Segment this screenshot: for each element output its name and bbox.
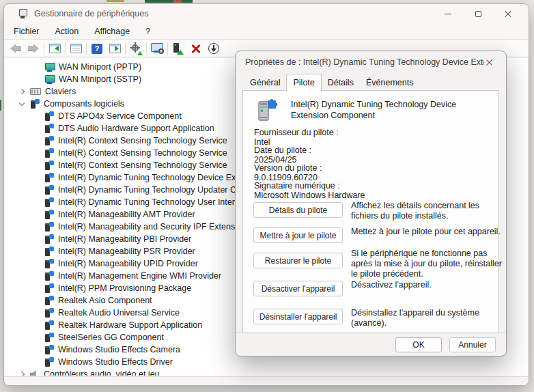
tab-general[interactable]: Général [244, 76, 286, 91]
disable-device-button[interactable] [205, 41, 223, 56]
uninstall-device-description: Désinstallez l'appareil du système (avan… [351, 308, 505, 328]
software-component-icon [44, 247, 54, 256]
keyboard-icon [30, 88, 41, 95]
software-component-icon [44, 173, 54, 182]
minimize-button[interactable] [433, 4, 463, 23]
device-header: Intel(R) Dynamic Tuning Technology Devic… [254, 99, 475, 122]
menu-help[interactable]: ? [139, 25, 157, 38]
tab-strip: Général Pilote Détails Événements [244, 75, 419, 91]
toolbar-separator [65, 42, 66, 55]
software-component-icon [44, 271, 54, 281]
update-driver-button-dialog[interactable]: Mettre à jour le pilote [253, 227, 343, 243]
toolbar-separator [44, 42, 44, 55]
network-adapter-icon [44, 63, 55, 72]
tree-item[interactable]: Windows Studio Effects Driver [5, 356, 528, 368]
speaker-icon [30, 370, 40, 376]
roll-back-driver-description: Si le périphérique ne fonctionne pas apr… [351, 249, 505, 279]
close-button[interactable] [493, 4, 523, 23]
device-icon [254, 99, 279, 122]
toolbar-separator [167, 42, 168, 55]
tab-evenements[interactable]: Événements [360, 76, 419, 91]
software-component-icon [30, 99, 40, 109]
toolbar-separator [125, 42, 126, 55]
software-component-icon [44, 160, 54, 170]
dialog-footer: OK Annuler [236, 332, 506, 356]
device-name: Intel(R) Dynamic Tuning Technology Devic… [291, 99, 475, 122]
software-component-icon [44, 259, 54, 268]
scan-hardware-changes-button[interactable] [148, 41, 166, 56]
back-button[interactable] [7, 41, 25, 56]
software-component-icon [44, 357, 54, 367]
software-component-icon [44, 210, 54, 219]
software-component-icon [44, 185, 54, 195]
dialog-title: Propriétés de : Intel(R) Dynamic Tuning … [245, 57, 484, 67]
help-button[interactable]: ? [88, 41, 106, 56]
software-component-icon [44, 222, 54, 232]
field-date: Date du pilote :2025/04/25 [254, 145, 498, 165]
software-component-icon [44, 308, 54, 318]
console-tree-icon [49, 44, 61, 53]
properties-icon [70, 44, 82, 53]
background-artifact [173, 0, 182, 3]
chevron-right-icon[interactable] [19, 372, 25, 376]
software-component-icon [44, 320, 54, 330]
menu-action[interactable]: Action [48, 25, 86, 38]
uninstall-device-button-dialog[interactable]: Désinstaller l'appareil [253, 309, 343, 324]
disable-icon [208, 43, 219, 54]
update-driver-icon [130, 42, 142, 55]
menu-affichage[interactable]: Affichage [87, 25, 137, 38]
driver-tab-page: Intel(R) Dynamic Tuning Technology Devic… [242, 90, 499, 333]
chevron-down-icon[interactable] [19, 100, 25, 105]
chevron-right-icon[interactable] [19, 89, 25, 94]
software-component-icon [44, 345, 54, 354]
action-pane-icon [109, 44, 121, 53]
network-adapter-icon [44, 75, 55, 84]
forward-button[interactable] [25, 41, 42, 56]
tree-category-controleurs-audio[interactable]: Contrôleurs audio, vidéo et jeu [5, 368, 528, 376]
update-driver-button[interactable] [127, 41, 145, 56]
menu-fichier[interactable]: Fichier [7, 25, 46, 38]
update-driver-description: Mettez à jour le pilote pour cet apparei… [351, 227, 505, 237]
device-manager-app-icon [18, 9, 28, 18]
title-bar: Gestionnaire de périphériques [4, 4, 529, 23]
window-title: Gestionnaire de périphériques [34, 9, 148, 18]
ok-button[interactable]: OK [395, 337, 442, 352]
help-icon: ? [92, 44, 102, 54]
properties-dialog: Propriétés de : Intel(R) Dynamic Tuning … [235, 51, 507, 356]
software-component-icon [44, 234, 54, 244]
software-component-icon [44, 136, 54, 145]
disable-device-button-dialog[interactable]: Désactiver l'appareil [253, 281, 343, 296]
software-component-icon [44, 197, 54, 207]
field-fournisseur: Fournisseur du pilote :Intel [254, 128, 498, 148]
background-artifact [0, 100, 1, 111]
close-icon [504, 10, 512, 18]
field-version: Version du pilote :9.0.11909.60720 [254, 163, 498, 183]
show-console-tree-button[interactable] [46, 41, 64, 56]
software-component-icon [44, 333, 54, 342]
close-icon [486, 59, 493, 66]
dialog-title-bar: Propriétés de : Intel(R) Dynamic Tuning … [236, 51, 506, 73]
software-component-icon [44, 111, 54, 121]
software-component-icon [44, 124, 54, 133]
minimize-icon [445, 14, 451, 14]
cancel-button[interactable]: Annuler [449, 337, 496, 352]
tab-details[interactable]: Détails [322, 76, 360, 91]
back-icon [10, 44, 21, 53]
driver-details-description: Affichez les détails concernant les fich… [351, 201, 505, 221]
software-component-icon [44, 283, 54, 293]
update-device-button[interactable] [169, 41, 187, 56]
roll-back-driver-button[interactable]: Restaurer le pilote [253, 253, 343, 268]
dialog-close-button[interactable] [479, 54, 499, 70]
status-bar [4, 376, 529, 385]
disable-device-description: Désactivez l'appareil. [351, 280, 505, 290]
tab-pilote[interactable]: Pilote [286, 74, 321, 92]
uninstall-icon [191, 44, 201, 53]
properties-button[interactable] [67, 41, 85, 56]
scan-hardware-icon [151, 43, 164, 54]
maximize-button[interactable] [463, 4, 493, 23]
driver-details-button[interactable]: Détails du pilote [253, 202, 343, 218]
uninstall-device-button[interactable] [187, 41, 205, 56]
software-component-icon [44, 296, 54, 305]
show-action-pane-button[interactable] [106, 41, 124, 56]
background-artifact [107, 0, 124, 2]
